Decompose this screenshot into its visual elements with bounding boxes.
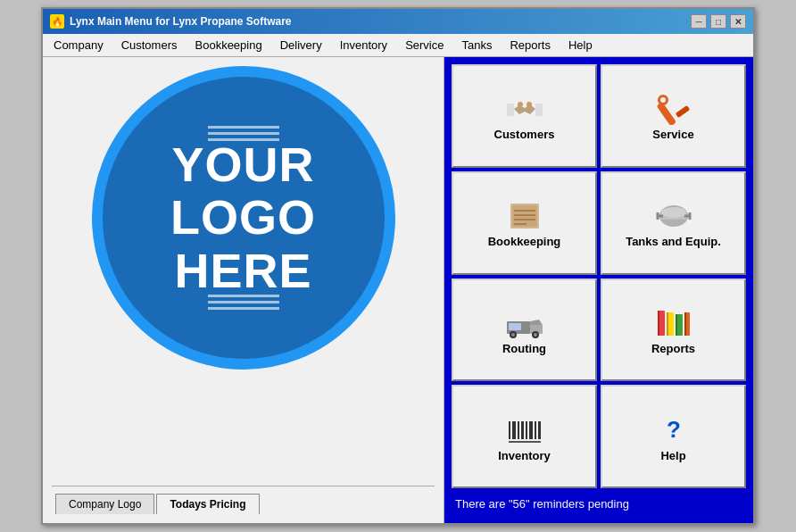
btn-tanks[interactable]: Tanks and Equip.	[601, 171, 746, 275]
logo-line-3	[208, 138, 279, 141]
tab-todays-pricing[interactable]: Todays Pricing	[156, 494, 259, 514]
svg-text:?: ?	[667, 416, 681, 443]
help-svg: ?	[654, 414, 693, 446]
menu-company[interactable]: Company	[45, 34, 112, 56]
reports-svg	[654, 307, 693, 339]
svg-rect-44	[538, 421, 541, 439]
bookkeeping-svg	[505, 200, 544, 232]
reports-icon	[654, 306, 693, 340]
menu-reports[interactable]: Reports	[501, 34, 560, 56]
logo-line-here: HERE	[170, 245, 316, 297]
menu-service[interactable]: Service	[396, 34, 452, 56]
logo-line-4	[208, 295, 279, 297]
logo-lines-top	[208, 126, 279, 141]
btn-reports[interactable]: Reports	[601, 278, 746, 382]
customers-label: Customers	[494, 128, 555, 141]
window-title: Lynx Main Menu for Lynx Propane Software	[70, 15, 691, 28]
tab-company-logo[interactable]: Company Logo	[55, 494, 154, 514]
svg-rect-45	[509, 441, 541, 443]
minimize-button[interactable]: ─	[691, 14, 707, 29]
close-button[interactable]: ✕	[730, 14, 746, 29]
service-label: Service	[652, 128, 693, 141]
main-window: 🔥 Lynx Main Menu for Lynx Propane Softwa…	[41, 7, 755, 525]
tanks-label: Tanks and Equip.	[626, 235, 721, 248]
service-icon	[654, 92, 693, 126]
logo-line-6	[208, 307, 279, 310]
tanks-svg	[654, 200, 693, 232]
logo-lines-bottom	[208, 295, 279, 310]
btn-help[interactable]: ? Help	[601, 385, 746, 488]
reminders-text: There are "56" reminders pending	[455, 497, 629, 511]
logo-panel: YOUR LOGO HERE Company Logo Todays Prici…	[43, 57, 444, 523]
svg-rect-4	[656, 102, 676, 125]
inventory-svg	[505, 414, 544, 446]
logo-text: YOUR LOGO HERE	[170, 138, 316, 297]
customers-icon	[505, 92, 544, 126]
menu-bar: Company Customers Bookkeeping Delivery I…	[43, 34, 753, 57]
svg-rect-28	[509, 323, 521, 330]
svg-point-2	[518, 102, 523, 107]
customers-svg	[505, 93, 544, 125]
title-bar: 🔥 Lynx Main Menu for Lynx Propane Softwa…	[43, 9, 753, 34]
btn-bookkeeping[interactable]: Bookkeeping	[452, 171, 597, 275]
btn-customers[interactable]: Customers	[452, 64, 597, 168]
routing-svg	[505, 307, 544, 339]
svg-point-16	[661, 207, 686, 218]
logo-line-your: YOUR	[170, 138, 316, 191]
reminders-bar: There are "56" reminders pending	[452, 492, 746, 516]
svg-point-25	[511, 333, 515, 337]
svg-rect-40	[521, 421, 524, 439]
svg-rect-36	[684, 312, 686, 336]
menu-delivery[interactable]: Delivery	[271, 34, 331, 56]
logo-line-2	[208, 132, 279, 135]
window-controls: ─ □ ✕	[691, 14, 746, 29]
svg-point-6	[660, 97, 666, 103]
bookkeeping-icon	[505, 199, 544, 233]
routing-icon	[505, 306, 544, 340]
menu-bookkeeping[interactable]: Bookkeeping	[187, 34, 271, 56]
service-svg	[654, 93, 693, 125]
button-grid: Customers Service	[452, 64, 746, 488]
svg-rect-41	[526, 421, 527, 439]
logo-circle: YOUR LOGO HERE	[92, 66, 395, 370]
bookkeeping-label: Bookkeeping	[488, 235, 561, 248]
svg-rect-37	[509, 421, 510, 439]
menu-inventory[interactable]: Inventory	[331, 34, 396, 56]
bottom-tabs: Company Logo Todays Pricing	[52, 486, 435, 514]
logo-line-1	[208, 126, 279, 129]
main-content: YOUR LOGO HERE Company Logo Todays Prici…	[43, 57, 753, 523]
logo-line-5	[208, 301, 279, 303]
svg-marker-23	[530, 320, 543, 325]
svg-rect-32	[667, 312, 668, 336]
inventory-icon	[505, 413, 544, 447]
btn-routing[interactable]: Routing	[452, 278, 597, 382]
help-label: Help	[660, 449, 685, 462]
svg-point-27	[534, 333, 537, 337]
svg-rect-43	[535, 421, 536, 439]
menu-customers[interactable]: Customers	[112, 34, 187, 56]
svg-rect-30	[658, 311, 659, 336]
menu-help[interactable]: Help	[560, 34, 601, 56]
reports-label: Reports	[651, 342, 695, 355]
btn-inventory[interactable]: Inventory	[452, 385, 597, 488]
tanks-icon	[654, 199, 693, 233]
inventory-label: Inventory	[498, 449, 551, 462]
svg-point-3	[527, 102, 532, 107]
app-icon: 🔥	[50, 14, 64, 29]
svg-rect-39	[518, 421, 519, 439]
svg-rect-42	[529, 421, 533, 439]
btn-service[interactable]: Service	[601, 64, 746, 168]
svg-rect-1	[535, 104, 543, 116]
svg-rect-0	[507, 104, 514, 116]
svg-rect-34	[676, 314, 677, 336]
maximize-button[interactable]: □	[710, 14, 726, 29]
menu-tanks[interactable]: Tanks	[452, 34, 501, 56]
svg-rect-7	[675, 105, 690, 118]
help-icon: ?	[654, 413, 693, 447]
logo-line-logo: LOGO	[170, 191, 316, 244]
routing-label: Routing	[502, 342, 546, 355]
svg-rect-38	[512, 421, 516, 439]
right-panel: Customers Service	[444, 57, 753, 523]
